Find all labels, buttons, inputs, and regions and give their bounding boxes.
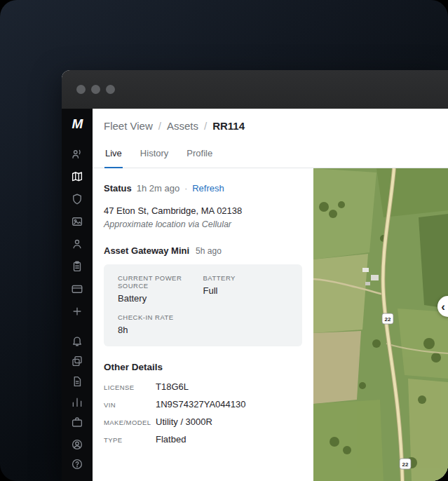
sidebar-item-compliance[interactable] [71, 260, 83, 273]
vin-value: 1N9S74327YA044130 [156, 399, 245, 409]
battery-field: BATTERY Full [203, 274, 289, 304]
other-details-title: Other Details [104, 362, 302, 372]
power-source-value: Battery [118, 293, 203, 304]
window-control-dot[interactable] [91, 85, 100, 94]
sidebar-item-dispatch[interactable] [71, 355, 83, 367]
gateway-header: Asset Gateway Mini 5h ago [104, 245, 302, 256]
sidebar-nav-bottom [71, 435, 83, 481]
clipboard-icon [71, 260, 83, 273]
sidebar: M [62, 109, 93, 481]
license-value: T18G6L [156, 381, 189, 392]
help-icon [71, 458, 83, 470]
vin-label: VIN [104, 401, 156, 409]
battery-label: BATTERY [203, 274, 289, 282]
type-label: TYPE [104, 436, 156, 444]
gallery-icon [71, 215, 83, 228]
checkin-rate-value: 8h [118, 325, 203, 335]
satellite-map: 22 22 [313, 168, 448, 481]
brand-logo[interactable]: M [72, 115, 83, 133]
checkin-rate-field: CHECK-IN RATE 8h [118, 313, 203, 335]
tab-history[interactable]: History [140, 140, 169, 168]
sidebar-item-spend[interactable] [71, 283, 83, 295]
breadcrumb-current-asset: RR114 [212, 120, 245, 132]
details-panel: Status 1h 2m ago · Refresh 47 Eton St, C… [93, 168, 313, 481]
sidebar-item-safety[interactable] [71, 193, 83, 205]
sidebar-item-follow-asset[interactable] [71, 148, 83, 161]
briefcase-icon [71, 416, 83, 428]
account-icon [71, 438, 83, 451]
breadcrumb-separator: / [158, 120, 161, 132]
tab-profile[interactable]: Profile [186, 140, 213, 168]
refresh-link[interactable]: Refresh [192, 183, 224, 194]
map-panel[interactable]: 22 22 ‹ [313, 168, 448, 481]
location-note: Approximate location via Cellular [104, 219, 302, 229]
gateway-card: CURRENT POWER SOURCE Battery BATTERY Ful… [104, 264, 302, 346]
table-row: MAKE/MODEL Utility / 3000R [104, 416, 302, 427]
other-details-table: LICENSE T18G6L VIN 1N9S74327YA044130 MAK… [104, 381, 302, 445]
route-marker: 22 [382, 313, 393, 324]
sidebar-item-map[interactable] [71, 170, 83, 183]
bell-icon [71, 334, 83, 347]
sidebar-item-admin[interactable] [71, 416, 83, 428]
tab-bar: Live History Profile [93, 140, 448, 168]
status-updated: 1h 2m ago [137, 183, 179, 194]
make-model-value: Utility / 3000R [156, 416, 212, 427]
chevron-left-icon: ‹ [441, 301, 445, 313]
license-label: LICENSE [104, 384, 156, 391]
sidebar-item-add[interactable] [71, 305, 83, 318]
follow-asset-icon [71, 148, 83, 161]
power-source-label: CURRENT POWER SOURCE [118, 274, 203, 290]
breadcrumb-separator: / [204, 120, 207, 132]
breadcrumb-assets[interactable]: Assets [167, 120, 198, 132]
sidebar-nav-secondary [71, 330, 83, 432]
chart-icon [71, 395, 83, 408]
status-row: Status 1h 2m ago · Refresh [104, 183, 302, 194]
shield-icon [71, 193, 83, 205]
sidebar-item-documents[interactable] [71, 375, 83, 388]
sidebar-item-reports[interactable] [71, 395, 83, 408]
table-row: VIN 1N9S74327YA044130 [104, 399, 302, 409]
breadcrumb-fleet-view[interactable]: Fleet View [104, 120, 153, 132]
main-area: Fleet View / Assets / RR114 Live History… [93, 109, 448, 481]
table-row: TYPE Flatbed [104, 434, 302, 445]
plus-icon [71, 305, 83, 318]
page-header: Fleet View / Assets / RR114 Live History… [93, 109, 448, 168]
gateway-updated: 5h ago [196, 246, 222, 256]
map-icon [71, 170, 83, 183]
window-control-dot[interactable] [76, 85, 86, 94]
document-icon [71, 375, 83, 388]
type-value: Flatbed [156, 434, 186, 445]
window-titlebar [62, 70, 448, 109]
card-icon [71, 283, 83, 295]
sidebar-nav-primary [71, 143, 83, 323]
checkin-rate-label: CHECK-IN RATE [118, 313, 203, 321]
sidebar-item-alerts[interactable] [71, 334, 83, 347]
status-separator: · [184, 184, 187, 194]
page-background: M [0, 0, 448, 481]
breadcrumb: Fleet View / Assets / RR114 [93, 109, 448, 140]
sidebar-item-help[interactable] [71, 458, 83, 470]
tab-live[interactable]: Live [104, 140, 123, 168]
sidebar-item-drivers[interactable] [71, 238, 83, 250]
asset-address: 47 Eton St, Cambridge, MA 02138 [104, 205, 302, 216]
table-row: LICENSE T18G6L [104, 381, 302, 392]
route-marker: 22 [400, 459, 411, 469]
status-label: Status [104, 183, 132, 194]
user-icon [71, 238, 83, 250]
layers-icon [71, 355, 83, 367]
svg-text:22: 22 [402, 461, 409, 468]
power-source-field: CURRENT POWER SOURCE Battery [118, 274, 203, 304]
window-control-dot[interactable] [106, 85, 115, 94]
browser-window: M [62, 70, 448, 481]
sidebar-item-account[interactable] [71, 438, 83, 451]
battery-value: Full [203, 285, 289, 296]
make-model-label: MAKE/MODEL [104, 419, 156, 426]
svg-text:22: 22 [385, 316, 391, 323]
gateway-title: Asset Gateway Mini [104, 245, 189, 256]
sidebar-item-gallery[interactable] [71, 215, 83, 228]
